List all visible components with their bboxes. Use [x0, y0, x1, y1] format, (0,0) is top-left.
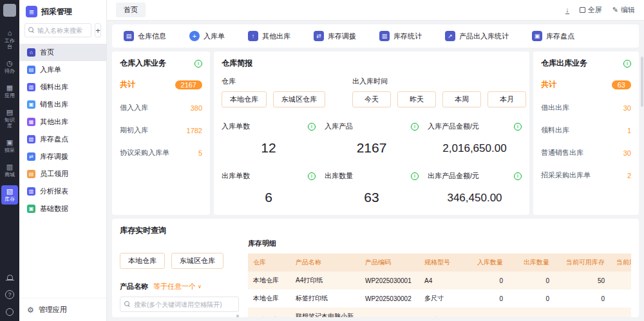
rail-item-todo[interactable]: ◷ 待办	[1, 57, 18, 77]
quicklink-other-outbound[interactable]: ↑ 其他出库	[248, 31, 290, 41]
product-search[interactable]	[120, 297, 239, 312]
inbound-total-row[interactable]: 共计 2167	[120, 79, 202, 90]
quicklink-stock-stats[interactable]: ▥ 库存统计	[379, 31, 422, 41]
sidebar: ≣ 招采管理 + ⌂ 首页 ▤ 入库单 ▥ 领料出库 ▣ 销售出库 ▦ 其他出库	[19, 0, 107, 321]
sidebar-item-other-outbound[interactable]: ▦ 其他出库	[19, 113, 106, 131]
rail-item-procurement[interactable]: ▣ 招采	[1, 136, 18, 156]
time-button-month[interactable]: 本月	[488, 91, 526, 107]
total-badge: 63	[612, 80, 631, 89]
manage-apps-button[interactable]: ⚙ 管理应用	[19, 298, 106, 321]
sidebar-item-sales-outbound[interactable]: ▣ 销售出库	[19, 96, 106, 113]
fullscreen-button[interactable]: 全屏	[580, 5, 602, 15]
quicklink-stocktake[interactable]: ▣ 库存盘点	[532, 31, 574, 41]
filter-operator-dropdown[interactable]: 等于任意一个 ∨	[153, 282, 202, 291]
sidebar-item-inbound-order[interactable]: ▤ 入库单	[19, 61, 106, 78]
stock-detail-section: 库存明细 仓库 产品名称 产品编码 规格型号 入库数量 出库数量 当前可用库存	[248, 239, 631, 317]
table-row[interactable]: 本地仓库 标签打印纸 WP2025030002 多尺寸 0 0 0 0	[248, 289, 631, 307]
total-label: 共计	[120, 79, 135, 90]
table-row[interactable]: 本地仓库 A4打印纸 WP2025030001 A4 0 0 50 25	[248, 271, 631, 289]
info-icon[interactable]: i	[411, 123, 419, 131]
warehouse-button-local[interactable]: 本地仓库	[120, 253, 165, 269]
rail-item-mall[interactable]: ▥ 商城	[1, 161, 18, 180]
rail-item-apps[interactable]: ▦ 应用	[1, 82, 18, 101]
product-search-input[interactable]	[134, 301, 234, 308]
sidebar-item-material-outbound[interactable]: ▥ 领料出库	[19, 78, 106, 96]
apps-icon: ▦	[6, 84, 13, 91]
transfer-icon: ⇄	[27, 152, 35, 161]
info-icon[interactable]: i	[308, 123, 316, 131]
sidebar-item-employee-use[interactable]: ▤ 员工领用	[19, 165, 106, 183]
table-row[interactable]: 本地仓库 联想笔记本电脑小新Pro 14 WP2025060001 14寸 0 …	[248, 307, 631, 317]
table-header-row: 仓库 产品名称 产品编码 规格型号 入库数量 出库数量 当前可用库存 当前库存金…	[248, 253, 631, 271]
sidebar-header: ≣ 招采管理	[19, 0, 106, 22]
help-icon[interactable]: ?	[5, 290, 14, 299]
sidebar-search[interactable]	[24, 23, 91, 37]
todo-icon: ◷	[6, 59, 13, 67]
filter-operator-label: 等于任意一个	[153, 282, 196, 291]
inbound-row-initial[interactable]: 期初入库 1782	[120, 125, 202, 135]
sidebar-item-transfer[interactable]: ⇄ 库存调拨	[19, 148, 106, 165]
edit-label: 编辑	[621, 5, 635, 15]
info-icon[interactable]: i	[514, 172, 522, 180]
product-io-stats-icon: ↗	[445, 31, 455, 41]
inbound-row-agreement[interactable]: 协议采购入库单 5	[120, 148, 202, 158]
info-icon[interactable]: i	[623, 60, 631, 68]
col-header-product-name: 产品名称	[290, 253, 360, 271]
quicklink-label: 其他出库	[262, 32, 290, 41]
time-button-today[interactable]: 今天	[352, 91, 391, 107]
quicklink-product-io-stats[interactable]: ↗ 产品出入库统计	[445, 31, 509, 41]
time-button-yesterday[interactable]: 昨天	[397, 91, 436, 107]
time-button-week[interactable]: 本周	[442, 91, 481, 107]
page-scrollbar[interactable]	[641, 57, 643, 107]
outbound-total-row[interactable]: 共计 63	[541, 79, 631, 90]
tab-home[interactable]: 首页	[116, 3, 146, 17]
download-button[interactable]: ↓	[565, 6, 569, 14]
rail-item-label: 商城	[3, 172, 17, 178]
sidebar-item-base-data[interactable]: ▣ 基础数据	[19, 200, 106, 217]
rail-item-inventory[interactable]: ▧ 库存	[1, 185, 18, 205]
account-circle-icon[interactable]	[6, 308, 14, 316]
sidebar-item-report[interactable]: ▥ 分析报表	[19, 183, 106, 200]
info-icon[interactable]: i	[308, 172, 316, 180]
sidebar-search-input[interactable]	[37, 27, 88, 34]
stat-value: 2167	[325, 140, 419, 156]
rail-item-knowledge[interactable]: ▤ 知识库	[1, 106, 18, 131]
outbound-row-material[interactable]: 领料出库 1	[541, 125, 631, 135]
outbound-row-sales[interactable]: 普通销售出库 30	[541, 148, 631, 158]
workbench-icon: ⌂	[8, 29, 12, 37]
bell-icon[interactable]	[7, 275, 13, 280]
outbound-row-procurement[interactable]: 招采采购出库单 2	[541, 170, 631, 180]
material-outbound-icon: ▥	[27, 83, 35, 91]
panel-title: 仓库出库业务	[541, 58, 587, 69]
sidebar-search-row: +	[19, 22, 106, 42]
outbound-row-lend[interactable]: 借出出库 30	[541, 103, 631, 113]
dashboard-content: ▤ 仓库信息 + 入库单 ↑ 其他出库 ⇄ 库存调拨 ▥ 库存统计 ↗ 产品出入…	[107, 21, 644, 321]
info-icon[interactable]: i	[514, 123, 522, 131]
user-avatar[interactable]	[3, 4, 16, 17]
edit-button[interactable]: ✎ 编辑	[612, 5, 635, 15]
stocktake-icon: ▧	[27, 135, 35, 143]
warehouse-button-east[interactable]: 东城区仓库	[171, 253, 223, 269]
kv-value: 30	[623, 104, 631, 112]
home-icon: ⌂	[27, 48, 35, 57]
sidebar-item-label: 分析报表	[40, 187, 68, 196]
filter-list-scrollbar[interactable]	[236, 315, 239, 317]
add-button[interactable]: +	[95, 23, 101, 37]
sidebar-item-label: 库存调拨	[40, 152, 68, 161]
quicklink-transfer[interactable]: ⇄ 库存调拨	[314, 31, 356, 41]
info-icon[interactable]: i	[411, 172, 419, 180]
inbound-row-borrow[interactable]: 借入入库 380	[120, 103, 202, 113]
warehouse-button-east[interactable]: 东城区仓库	[273, 91, 325, 107]
fullscreen-label: 全屏	[588, 5, 602, 15]
quicklink-inbound-order[interactable]: + 入库单	[189, 31, 225, 41]
stat-value: 12	[222, 140, 316, 156]
quicklink-warehouse-info[interactable]: ▤ 仓库信息	[124, 31, 166, 41]
kv-label: 借出出库	[541, 103, 569, 113]
procurement-icon: ▣	[6, 138, 13, 146]
info-icon[interactable]: i	[194, 60, 202, 68]
rail-item-workbench[interactable]: ⌂ 工作台	[1, 27, 18, 52]
warehouse-button-local[interactable]: 本地仓库	[222, 91, 267, 107]
sidebar-item-label: 其他出库	[40, 117, 68, 127]
sidebar-item-home[interactable]: ⌂ 首页	[19, 44, 106, 61]
sidebar-item-stocktake[interactable]: ▧ 库存盘点	[19, 131, 106, 148]
